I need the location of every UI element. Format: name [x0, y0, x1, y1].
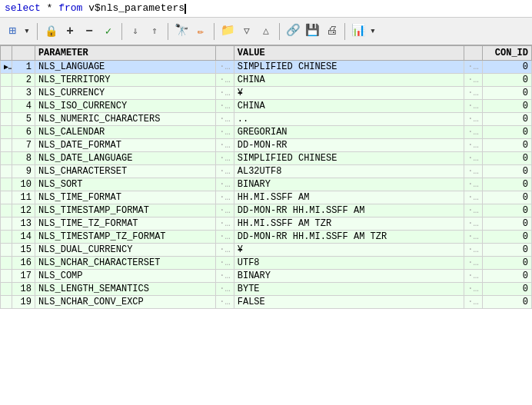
row-number: 10	[12, 178, 35, 191]
table-row[interactable]: 14NLS_TIMESTAMP_TZ_FORMAT···DD-MON-RR HH…	[1, 231, 532, 244]
data-grid: PARAMETER VALUE CON_ID ▶1NLS_LANGUAGE···…	[0, 45, 532, 405]
table-row[interactable]: 7NLS_DATE_FORMAT···DD-MON-RR···0	[1, 139, 532, 152]
network-icon: 🔗	[286, 25, 301, 37]
col-header-value: VALUE	[234, 46, 464, 61]
row-number: 4	[12, 100, 35, 113]
parameter-cell: NLS_TERRITORY	[35, 74, 215, 87]
chart-button[interactable]: 📊	[349, 22, 367, 41]
parameter-cell: NLS_LENGTH_SEMANTICS	[35, 283, 215, 296]
dots2-cell: ···	[464, 191, 483, 204]
table-row[interactable]: 16NLS_NCHAR_CHARACTERSET···UTF8···0	[1, 257, 532, 270]
con-id-cell: 0	[482, 61, 531, 74]
row-indicator-cell	[1, 165, 12, 178]
table-row[interactable]: 8NLS_DATE_LANGUAGE···SIMPLIFIED CHINESE·…	[1, 152, 532, 165]
dots2-cell: ···	[464, 283, 483, 296]
value-cell: DD-MON-RR	[234, 139, 464, 152]
dots2-cell: ···	[464, 126, 483, 139]
col-header-indicator	[1, 46, 12, 61]
print-button[interactable]: 🖨	[322, 22, 341, 41]
dots1-cell: ···	[216, 126, 234, 139]
row-number: 19	[12, 296, 35, 309]
folder-icon: 📁	[221, 25, 235, 37]
sql-keyword-select: select	[5, 2, 41, 14]
sep2	[121, 23, 122, 40]
col-header-dots1	[216, 46, 234, 61]
dots2-cell: ···	[464, 296, 483, 309]
table-row[interactable]: 19NLS_NCHAR_CONV_EXCP···FALSE···0	[1, 296, 532, 309]
con-id-cell: 0	[482, 113, 531, 126]
dots2-cell: ···	[464, 217, 483, 231]
table-row[interactable]: 11NLS_TIME_FORMAT···HH.MI.SSFF AM···0	[1, 191, 532, 204]
value-cell: ¥	[234, 244, 464, 257]
move-first-button[interactable]: ⇓	[126, 22, 145, 41]
move-last-button[interactable]: ⇑	[145, 22, 164, 41]
row-number: 14	[12, 231, 35, 244]
add-row-button[interactable]: +	[61, 22, 79, 41]
row-indicator-cell	[1, 178, 12, 191]
toolbar-group-grid: ⊞ ▾	[3, 22, 33, 41]
sql-keyword-from: from	[58, 2, 82, 14]
value-cell: BYTE	[234, 283, 464, 296]
search-button[interactable]: 🔭	[172, 22, 191, 41]
dots2-cell: ···	[464, 231, 483, 244]
row-indicator-cell	[1, 204, 12, 217]
table-row[interactable]: 4NLS_ISO_CURRENCY···CHINA···0	[1, 100, 532, 113]
table-row[interactable]: 3NLS_CURRENCY···¥···0	[1, 87, 532, 100]
value-cell: CHINA	[234, 100, 464, 113]
dots1-cell: ···	[216, 270, 234, 283]
save-button[interactable]: 💾	[303, 22, 321, 41]
dots1-cell: ···	[216, 100, 234, 113]
table-row[interactable]: 10NLS_SORT···BINARY···0	[1, 178, 532, 191]
row-indicator-cell	[1, 113, 12, 126]
grid-dropdown-icon: ▾	[24, 26, 30, 36]
dots1-cell: ···	[216, 231, 234, 244]
chart-dropdown-icon: ▾	[370, 26, 376, 36]
row-indicator-cell	[1, 87, 12, 100]
con-id-cell: 0	[482, 191, 531, 204]
parameter-cell: NLS_SORT	[35, 178, 215, 191]
row-indicator-cell	[1, 296, 12, 309]
dots1-cell: ···	[216, 87, 234, 100]
value-cell: SIMPLIFIED CHINESE	[234, 61, 464, 74]
value-cell: HH.MI.SSFF AM	[234, 191, 464, 204]
dots2-cell: ···	[464, 152, 483, 165]
network-button[interactable]: 🔗	[284, 22, 302, 41]
dots2-cell: ···	[464, 100, 483, 113]
row-indicator-cell	[1, 270, 12, 283]
dots2-cell: ···	[464, 257, 483, 270]
con-id-cell: 0	[482, 126, 531, 139]
confirm-button[interactable]: ✓	[99, 22, 118, 41]
table-row[interactable]: 2NLS_TERRITORY···CHINA···0	[1, 74, 532, 87]
sql-star: *	[41, 2, 58, 14]
dots1-cell: ···	[216, 244, 234, 257]
clear-button[interactable]: ✏	[191, 22, 210, 41]
table-row[interactable]: 9NLS_CHARACTERSET···AL32UTF8···0	[1, 165, 532, 178]
dots2-cell: ···	[464, 165, 483, 178]
row-number: 16	[12, 257, 35, 270]
table-row[interactable]: 6NLS_CALENDAR···GREGORIAN···0	[1, 126, 532, 139]
table-row[interactable]: 18NLS_LENGTH_SEMANTICS···BYTE···0	[1, 283, 532, 296]
row-number: 18	[12, 283, 35, 296]
check-icon: ✓	[105, 26, 111, 37]
grid-button[interactable]: ⊞	[3, 22, 22, 41]
sql-editor[interactable]: select * from v$nls_parameters	[0, 0, 532, 18]
table-row[interactable]: 15NLS_DUAL_CURRENCY···¥···0	[1, 244, 532, 257]
table-row[interactable]: 17NLS_COMP···BINARY···0	[1, 270, 532, 283]
chart-dropdown-button[interactable]: ▾	[368, 22, 379, 41]
row-number: 15	[12, 244, 35, 257]
filter-up-button[interactable]: △	[257, 22, 275, 41]
dots2-cell: ···	[464, 139, 483, 152]
table-row[interactable]: 5NLS_NUMERIC_CHARACTERS···..···0	[1, 113, 532, 126]
open-button[interactable]: 📁	[218, 22, 237, 41]
filter-down-button[interactable]: ▽	[238, 22, 256, 41]
lock-button[interactable]: 🔒	[42, 22, 60, 41]
table-row[interactable]: 12NLS_TIMESTAMP_FORMAT···DD-MON-RR HH.MI…	[1, 204, 532, 217]
grid-dropdown-button[interactable]: ▾	[22, 22, 33, 41]
value-cell: HH.MI.SSFF AM TZR	[234, 217, 464, 231]
table-row[interactable]: 13NLS_TIME_TZ_FORMAT···HH.MI.SSFF AM TZR…	[1, 217, 532, 231]
table-row[interactable]: ▶1NLS_LANGUAGE···SIMPLIFIED CHINESE···0	[1, 61, 532, 74]
con-id-cell: 0	[482, 74, 531, 87]
row-indicator-cell	[1, 244, 12, 257]
delete-row-button[interactable]: −	[80, 22, 98, 41]
triangle-down-icon: ▽	[244, 26, 250, 36]
